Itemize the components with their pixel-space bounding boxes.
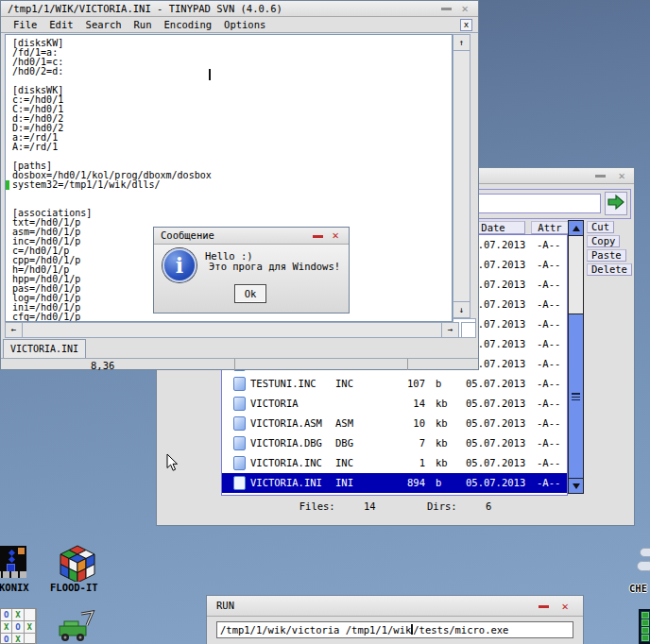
file-attr: -A-- <box>537 453 560 473</box>
konix-icon-label[interactable]: KONIX <box>0 582 29 593</box>
delete-button[interactable]: Delete <box>587 263 632 276</box>
flood-it-cube-icon[interactable] <box>57 544 98 582</box>
scroll-up-icon[interactable] <box>569 221 583 236</box>
ttt-cell: X <box>12 634 24 644</box>
editor-line[interactable]: A:=/rd/1 <box>12 143 452 152</box>
scroll-down-icon[interactable]: ↓ <box>453 301 470 317</box>
close-icon[interactable]: ✕ <box>615 168 628 183</box>
close-file-icon[interactable]: x <box>460 19 472 31</box>
ttt-cell: X <box>25 621 36 634</box>
board-game-icon[interactable] <box>639 609 650 644</box>
menu-run[interactable]: Run <box>134 19 152 30</box>
message-text: Это прога для Windows! <box>209 261 340 272</box>
ttt-cell <box>25 634 36 644</box>
paste-button[interactable]: Paste <box>587 249 626 262</box>
cloud-icon[interactable] <box>637 561 650 571</box>
editor-line[interactable]: C:=/hd0/1 <box>12 105 452 114</box>
scroll-right-icon[interactable]: → <box>441 323 458 337</box>
konix-game-icon[interactable] <box>0 546 26 578</box>
menu-edit[interactable]: Edit <box>49 19 73 30</box>
cloud-icon[interactable] <box>640 548 650 557</box>
editor-line[interactable]: system32=/tmp1/1/wik/dlls/ <box>12 180 452 190</box>
close-icon[interactable]: ✕ <box>558 599 572 614</box>
ttt-cell: X <box>1 621 12 634</box>
tab-victoria-ini[interactable]: VICTORIA.INI <box>3 339 86 358</box>
editor-hscrollbar[interactable]: ← → <box>5 322 459 338</box>
file-row[interactable]: VICTORIA.ASMASM10kb05.07.2013-A-- <box>222 414 567 433</box>
close-icon[interactable]: ✕ <box>458 1 471 16</box>
tic-tac-toe-icon[interactable]: O X X O X O X <box>0 608 37 644</box>
run-titlebar[interactable]: RUN ✕ <box>207 596 583 617</box>
scroll-thumb[interactable] <box>569 314 583 479</box>
editor-vscrollbar[interactable]: ↑ ↓ <box>453 34 470 318</box>
editor-line[interactable]: d:=/hd0/2 <box>12 114 452 124</box>
editor-line[interactable]: /fd/1=a: <box>12 48 452 58</box>
file-ext: DBG <box>335 433 353 453</box>
file-date: 05.07.2013 <box>466 394 525 414</box>
file-date: 05.07.2013 <box>466 453 525 473</box>
go-button[interactable] <box>605 192 627 215</box>
ttt-cell: O <box>1 634 12 644</box>
file-attr: -A-- <box>537 473 560 493</box>
file-row[interactable]: TESTUNI.INCINC107b05.07.2013-A-- <box>222 374 567 394</box>
file-row[interactable]: VICTORIA14kb05.07.2013-A-- <box>222 394 567 414</box>
copy-button[interactable]: Copy <box>587 235 620 247</box>
status-separator <box>234 359 235 370</box>
column-header-attr[interactable]: Attr <box>531 221 569 234</box>
minimize-icon[interactable] <box>595 175 606 178</box>
editor-line[interactable] <box>12 190 452 199</box>
file-attr: -A-- <box>537 295 560 314</box>
file-row[interactable]: VICTORIA.INIINI894b05.07.2013-A-- <box>222 473 567 493</box>
file-attr: -A-- <box>537 255 560 275</box>
ok-button[interactable]: Ok <box>234 284 266 303</box>
tinypad-menubar: FileEditSearchRunEncodingOptions x <box>1 17 478 33</box>
editor-line[interactable]: /hd0/2=d: <box>12 67 452 76</box>
file-ext: ASM <box>335 414 353 433</box>
files-count-label: Files: 14 <box>288 500 387 512</box>
chess-icon-label[interactable]: CHE <box>629 583 647 594</box>
scroll-left-icon[interactable]: ← <box>6 323 23 337</box>
menu-options[interactable]: Options <box>224 19 265 30</box>
file-row[interactable]: VICTORIA.INCINC1kb05.07.2013-A-- <box>222 453 567 473</box>
editor-line[interactable]: /hd0/1=c: <box>12 58 452 67</box>
tinypad-menu-items: FileEditSearchRunEncodingOptions <box>13 19 265 30</box>
dialog-titlebar[interactable]: Сообщение ✕ <box>154 228 349 245</box>
cut-button[interactable]: Cut <box>587 221 614 233</box>
minimize-icon[interactable] <box>441 8 452 10</box>
flood-it-icon-label[interactable]: FLOOD-IT <box>50 582 98 593</box>
file-attr: -A-- <box>537 354 560 374</box>
editor-line[interactable]: [disksWK] <box>12 86 452 95</box>
editor-line[interactable]: c:=/hd0/1 <box>12 95 452 105</box>
desktop: KONIX FLOOD-IT O X X O X O X CHE <box>0 0 650 644</box>
editor-line[interactable]: [disksKW] <box>12 39 452 48</box>
konix-icon-pixel <box>18 548 25 554</box>
tinypad-titlebar[interactable]: /tmp1/1/WIK/VICTORIA.INI - TINYPAD SVN (… <box>1 1 478 17</box>
menu-search[interactable]: Search <box>86 19 122 30</box>
scroll-down-icon[interactable] <box>569 478 583 493</box>
close-icon[interactable]: ✕ <box>329 228 342 243</box>
lawn-mower-icon[interactable] <box>55 610 98 644</box>
minimize-icon[interactable] <box>539 605 549 608</box>
board-tile <box>641 635 649 641</box>
file-row[interactable]: VICTORIA.DBGDBG7kb05.07.2013-A-- <box>222 433 567 453</box>
menu-file[interactable]: File <box>13 19 37 30</box>
dirs-count-label: Dirs: 6 <box>416 500 503 512</box>
fm-scrollbar[interactable] <box>568 220 584 494</box>
editor-line[interactable]: D:=/hd0/2 <box>12 124 452 133</box>
menu-encoding[interactable]: Encoding <box>164 19 213 30</box>
minimize-icon[interactable] <box>313 235 323 238</box>
scroll-up-icon[interactable]: ↑ <box>453 35 470 51</box>
editor-line[interactable]: a:=/rd/1 <box>12 133 452 143</box>
status-separator <box>407 359 408 370</box>
command-input[interactable]: /tmp1/1/wik/victoria /tmp1/1/wik/tests/m… <box>216 621 573 638</box>
file-ext: INC <box>335 453 353 473</box>
file-icon <box>233 456 246 470</box>
text-caret <box>209 69 211 80</box>
file-ext: INI <box>335 473 353 493</box>
editor-line[interactable]: cfg=/hd0/1/p <box>12 313 452 322</box>
editor-line[interactable] <box>12 76 452 86</box>
editor-line[interactable] <box>12 152 452 161</box>
file-date: 05.07.2013 <box>466 473 525 493</box>
file-date: 05.07.2013 <box>466 374 525 394</box>
file-attr: -A-- <box>537 394 560 414</box>
